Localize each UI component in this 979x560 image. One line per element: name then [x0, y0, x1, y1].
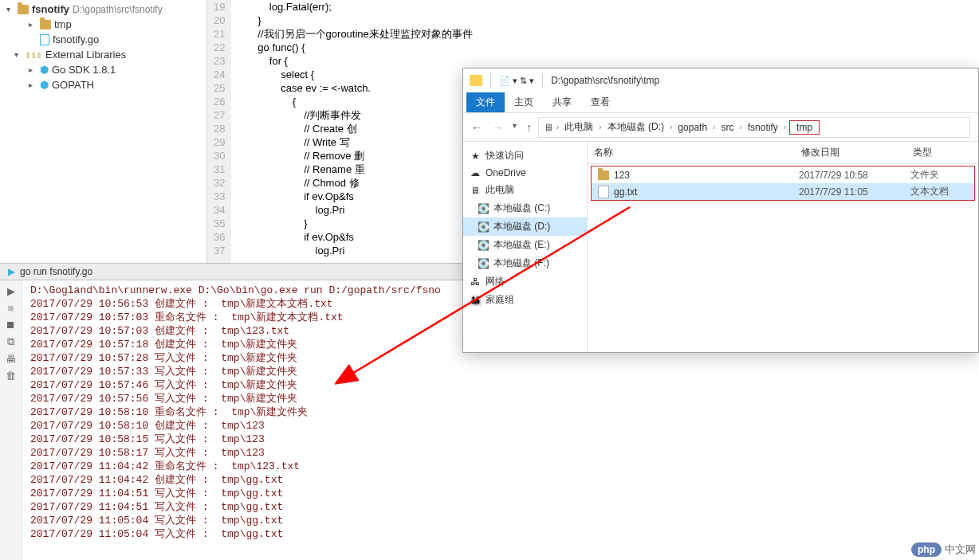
nav-item-icon: 💽: [478, 203, 489, 214]
nav-item-icon: 👪: [470, 295, 481, 306]
ribbon-tab-查看[interactable]: 查看: [581, 92, 619, 112]
explorer-titlebar[interactable]: 📄 ▾ ⇅ ▾ D:\gopath\src\fsnotify\tmp: [463, 69, 978, 92]
library-icon: ⫾⫾⫾: [26, 49, 42, 61]
file-type: 文本文档: [910, 185, 974, 198]
file-row[interactable]: gg.txt2017/7/29 11:05文本文档: [592, 183, 974, 200]
watermark-logo: php 中文网: [911, 542, 976, 557]
nav-item-label: 快速访问: [486, 149, 524, 163]
nav-item-label: 此电脑: [486, 183, 514, 197]
explorer-title-path: D:\gopath\src\fsnotify\tmp: [551, 75, 659, 86]
explorer-nav-pane: ★快速访问☁OneDrive🖥此电脑💽本地磁盘 (C:)💽本地磁盘 (D:)💽本…: [463, 142, 588, 352]
layout-icon[interactable]: ⧉: [7, 335, 14, 348]
breadcrumb-item[interactable]: tmp: [789, 120, 820, 135]
chevron-icon: ▸: [29, 20, 37, 29]
pc-icon: 🖥: [544, 122, 553, 133]
line-gutter: 19202122232425262728293031323334353637: [207, 0, 231, 263]
lib-label: GOPATH: [52, 79, 94, 91]
nav-pane-item[interactable]: ★快速访问: [463, 147, 587, 165]
sdk-icon: ⬢: [40, 79, 49, 91]
lib-item[interactable]: ▸⬢GOPATH: [0, 77, 206, 92]
nav-item-label: OneDrive: [486, 167, 526, 178]
nav-pane-item[interactable]: 💽本地磁盘 (F:): [463, 254, 587, 272]
go-run-icon: ▶: [8, 266, 15, 277]
nav-back-icon[interactable]: ←: [471, 121, 482, 134]
nav-up-icon[interactable]: ↑: [526, 121, 532, 134]
nav-item-icon: 💽: [478, 221, 489, 233]
breadcrumb-item[interactable]: gopath: [675, 122, 710, 133]
lib-item[interactable]: ▸⬢Go SDK 1.8.1: [0, 62, 206, 77]
file-date: 2017/7/29 11:05: [799, 186, 910, 198]
file-name: gg.txt: [614, 186, 637, 198]
folder-icon: [598, 170, 609, 180]
project-name: fsnotify: [32, 3, 69, 15]
rerun-icon[interactable]: ▶: [7, 285, 15, 297]
folder-icon: [18, 5, 29, 14]
stop-icon[interactable]: ■: [8, 302, 14, 314]
nav-forward-icon[interactable]: →: [492, 121, 503, 134]
folder-icon: [40, 20, 51, 29]
nav-item-icon: 💽: [478, 258, 489, 269]
folder-icon: [470, 75, 482, 86]
nav-pane-item[interactable]: 💽本地磁盘 (C:): [463, 199, 587, 217]
nav-item-icon: ★: [470, 151, 481, 162]
col-type[interactable]: 类型: [906, 142, 970, 163]
nav-item-icon: 🖥: [470, 185, 481, 196]
exit-icon[interactable]: ⏹: [6, 319, 16, 331]
breadcrumb-item[interactable]: 本地磁盘 (D:): [605, 120, 666, 134]
go-file-icon: [40, 34, 49, 45]
nav-pane-item[interactable]: 🖧网络: [463, 272, 587, 291]
print-icon[interactable]: 🖶: [6, 353, 16, 365]
nav-pane-item[interactable]: 👪家庭组: [463, 291, 587, 309]
run-tab-label: go run fsnotify.go: [20, 266, 92, 277]
nav-item-icon: ☁: [470, 167, 481, 178]
col-name[interactable]: 名称: [588, 142, 795, 163]
tree-item-fsnotify.go[interactable]: fsnotify.go: [0, 32, 206, 47]
tree-item-label: fsnotify.go: [53, 33, 99, 45]
file-type: 文件夹: [910, 168, 974, 182]
ribbon-tab-主页[interactable]: 主页: [505, 92, 543, 112]
col-date[interactable]: 修改日期: [795, 142, 906, 163]
ribbon-tab-共享[interactable]: 共享: [543, 92, 581, 112]
ribbon-tab-文件[interactable]: 文件: [466, 92, 505, 112]
breadcrumb-item[interactable]: 此电脑: [562, 120, 596, 134]
nav-item-icon: 🖧: [470, 276, 481, 288]
file-explorer-window[interactable]: 📄 ▾ ⇅ ▾ D:\gopath\src\fsnotify\tmp 文件主页共…: [462, 68, 979, 353]
project-sidebar: ▾ fsnotify D:\gopath\src\fsnotify ▸tmpfs…: [0, 0, 207, 263]
nav-pane-item[interactable]: 🖥此电脑: [463, 181, 587, 199]
nav-pane-item[interactable]: ☁OneDrive: [463, 165, 587, 181]
explorer-nav-bar: ← → ▾ ↑ 🖥 › 此电脑›本地磁盘 (D:)›gopath›src›fsn…: [463, 113, 978, 142]
nav-item-label: 本地磁盘 (D:): [493, 220, 550, 233]
chevron-down-icon: ▾: [6, 5, 14, 14]
trash-icon[interactable]: 🗑: [6, 370, 16, 382]
nav-item-label: 家庭组: [486, 293, 514, 307]
breadcrumb[interactable]: 🖥 › 此电脑›本地磁盘 (D:)›gopath›src›fsnotify›tm…: [538, 117, 970, 138]
breadcrumb-item[interactable]: src: [718, 122, 736, 133]
watermark-text: 中文网: [945, 542, 976, 557]
tree-item-tmp[interactable]: ▸tmp: [0, 17, 206, 32]
console-toolbar: ▶ ■ ⏹ ⧉ 🖶 🗑: [0, 280, 22, 560]
tree-item-label: tmp: [54, 18, 72, 30]
explorer-column-headers[interactable]: 名称 修改日期 类型: [588, 142, 978, 164]
chevron-down-icon: ▾: [14, 50, 22, 59]
external-libs-label: External Libraries: [45, 49, 126, 61]
nav-item-icon: 💽: [478, 240, 489, 251]
explorer-file-list[interactable]: 名称 修改日期 类型 1232017/7/29 10:58文件夹gg.txt20…: [588, 142, 978, 352]
code-content[interactable]: log.Fatal(err); } //我们另启一个goroutine来处理监控…: [231, 0, 475, 263]
nav-item-label: 本地磁盘 (C:): [493, 202, 550, 215]
nav-pane-item[interactable]: 💽本地磁盘 (D:): [463, 217, 587, 236]
file-name: 123: [614, 170, 630, 181]
nav-history-icon[interactable]: ▾: [513, 121, 517, 134]
nav-pane-item[interactable]: 💽本地磁盘 (E:): [463, 236, 587, 254]
project-root[interactable]: ▾ fsnotify D:\gopath\src\fsnotify: [0, 2, 206, 17]
lib-label: Go SDK 1.8.1: [52, 64, 116, 76]
explorer-ribbon-tabs: 文件主页共享查看: [463, 92, 978, 113]
breadcrumb-item[interactable]: fsnotify: [745, 122, 780, 133]
chevron-icon: ▸: [29, 65, 37, 74]
nav-item-label: 本地磁盘 (F:): [493, 257, 549, 270]
file-row[interactable]: 1232017/7/29 10:58文件夹: [592, 166, 974, 183]
external-libraries[interactable]: ▾ ⫾⫾⫾ External Libraries: [0, 47, 206, 62]
sdk-icon: ⬢: [40, 64, 49, 76]
chevron-icon: ▸: [29, 80, 37, 89]
title-toolbar-icons: 📄 ▾ ⇅ ▾: [499, 76, 534, 86]
project-path: D:\gopath\src\fsnotify: [73, 4, 163, 15]
